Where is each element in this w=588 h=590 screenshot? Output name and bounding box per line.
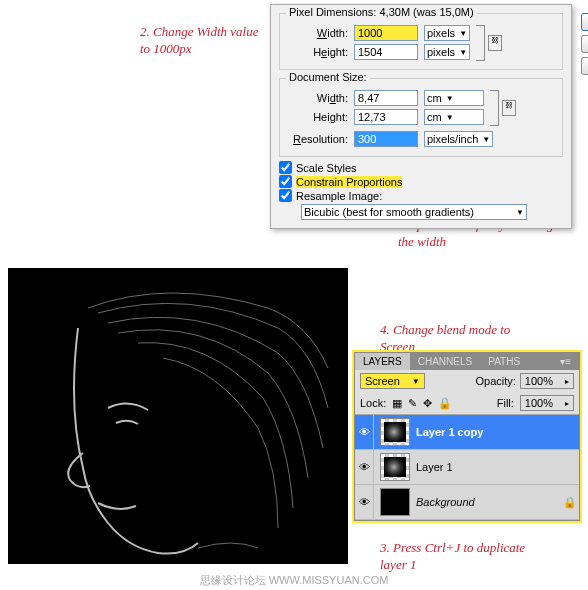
preview-image <box>8 268 348 564</box>
link-bracket-icon: ⛓ <box>476 25 485 61</box>
px-height-input[interactable] <box>354 44 418 60</box>
layer-thumbnail <box>380 488 410 516</box>
lock-icon: 🔒 <box>561 496 579 509</box>
resolution-label: Resolution: <box>286 133 348 145</box>
doc-width-label: Width: <box>286 92 348 104</box>
document-size-title: Document Size: <box>286 71 370 83</box>
chevron-right-icon: ▸ <box>565 399 569 408</box>
blend-mode-select[interactable]: Screen▼ <box>360 373 425 389</box>
fill-label: Fill: <box>497 397 514 409</box>
pixel-dimensions-title: Pixel Dimensions: 4,30M (was 15,0M) <box>286 6 477 18</box>
px-height-unit[interactable]: pixels▼ <box>424 44 470 60</box>
panel-menu-icon[interactable]: ▾≡ <box>552 353 579 370</box>
annotation-4: 4. Change blend mode to Screen <box>380 322 540 356</box>
layer-name[interactable]: Background <box>416 496 561 508</box>
visibility-icon[interactable]: 👁 <box>355 485 374 519</box>
svg-rect-0 <box>8 268 348 564</box>
annotation-2: 2. Change Width value to 1000px <box>140 24 260 58</box>
panel-tabs: LAYERS CHANNELS PATHS ▾≡ <box>355 353 579 370</box>
auto-button[interactable]: Auto... <box>581 57 588 75</box>
fill-input[interactable]: 100%▸ <box>520 395 574 411</box>
doc-width-input[interactable] <box>354 90 418 106</box>
footer-watermark: 思缘设计论坛 WWW.MISSYUAN.COM <box>0 573 588 588</box>
tab-paths[interactable]: PATHS <box>480 353 528 370</box>
resample-image-checkbox[interactable]: Resample Image: <box>279 189 563 202</box>
chain-icon: ⛓ <box>502 100 516 116</box>
tab-channels[interactable]: CHANNELS <box>410 353 480 370</box>
lock-transparency-icon[interactable]: ▦ <box>392 397 402 410</box>
chevron-down-icon: ▼ <box>412 377 420 386</box>
layer-list: 👁 Layer 1 copy 👁 Layer 1 👁 Background 🔒 <box>355 415 579 520</box>
chevron-right-icon: ▸ <box>565 377 569 386</box>
resolution-input[interactable] <box>354 131 418 147</box>
layer-row[interactable]: 👁 Background 🔒 <box>355 485 579 520</box>
layer-name[interactable]: Layer 1 copy <box>416 426 579 438</box>
doc-height-unit[interactable]: cm▼ <box>424 109 484 125</box>
chevron-down-icon: ▼ <box>446 94 454 103</box>
tab-layers[interactable]: LAYERS <box>355 353 410 370</box>
ok-button[interactable]: OK <box>581 13 588 31</box>
dialog-buttons: OK Cancel Auto... <box>581 13 588 75</box>
doc-height-input[interactable] <box>354 109 418 125</box>
lock-label: Lock: <box>360 397 386 409</box>
annotation-3: 3. Press Ctrl+J to duplicate layer 1 <box>380 540 540 574</box>
opacity-label: Opacity: <box>476 375 516 387</box>
visibility-icon[interactable]: 👁 <box>355 450 374 484</box>
lock-brush-icon[interactable]: ✎ <box>408 397 417 410</box>
face-sketch-svg <box>8 268 348 564</box>
visibility-icon[interactable]: 👁 <box>355 415 374 449</box>
cancel-button[interactable]: Cancel <box>581 35 588 53</box>
px-width-unit[interactable]: pixels▼ <box>424 25 470 41</box>
layer-thumbnail <box>380 418 410 446</box>
layer-name[interactable]: Layer 1 <box>416 461 579 473</box>
doc-height-label: Height: <box>286 111 348 123</box>
document-size-group: Document Size: Width: cm▼ Height: cm▼ ⛓ … <box>279 78 563 157</box>
resolution-unit[interactable]: pixels/inch▼ <box>424 131 493 147</box>
doc-width-unit[interactable]: cm▼ <box>424 90 484 106</box>
layer-thumbnail <box>380 453 410 481</box>
layer-row[interactable]: 👁 Layer 1 <box>355 450 579 485</box>
opacity-input[interactable]: 100%▸ <box>520 373 574 389</box>
pixel-dimensions-group: Pixel Dimensions: 4,30M (was 15,0M) Widt… <box>279 13 563 70</box>
layer-row[interactable]: 👁 Layer 1 copy <box>355 415 579 450</box>
lock-all-icon[interactable]: 🔒 <box>438 397 452 410</box>
lock-move-icon[interactable]: ✥ <box>423 397 432 410</box>
scale-styles-checkbox[interactable]: Scale Styles <box>279 161 563 174</box>
chevron-down-icon: ▼ <box>459 48 467 57</box>
chevron-down-icon: ▼ <box>482 135 490 144</box>
image-size-dialog: OK Cancel Auto... Pixel Dimensions: 4,30… <box>270 4 572 229</box>
px-width-label: Width: <box>286 27 348 39</box>
chain-icon: ⛓ <box>488 35 502 51</box>
chevron-down-icon: ▼ <box>446 113 454 122</box>
resample-method-select[interactable]: Bicubic (best for smooth gradients)▼ <box>301 204 527 220</box>
chevron-down-icon: ▼ <box>516 208 524 217</box>
chevron-down-icon: ▼ <box>459 29 467 38</box>
constrain-proportions-checkbox[interactable]: Constrain Proportions <box>279 175 563 188</box>
px-width-input[interactable] <box>354 25 418 41</box>
link-bracket-icon: ⛓ <box>490 90 499 126</box>
px-height-label: Height: <box>286 46 348 58</box>
layers-panel: LAYERS CHANNELS PATHS ▾≡ Screen▼ Opacity… <box>354 352 580 521</box>
